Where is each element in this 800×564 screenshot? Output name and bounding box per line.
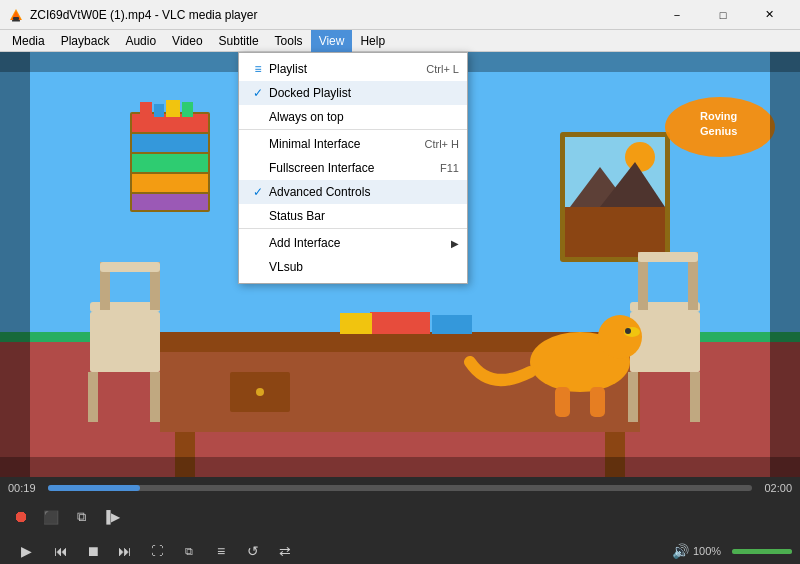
svg-rect-15: [154, 104, 164, 117]
play-button[interactable]: ▶: [8, 537, 44, 564]
snapshot-button[interactable]: ⬛: [38, 505, 64, 529]
svg-point-54: [625, 328, 631, 334]
skip-forward-icon: ⏭: [118, 543, 132, 559]
extended-settings-button[interactable]: ⧉: [174, 537, 204, 564]
menu-add-interface[interactable]: Add Interface ▶: [239, 231, 467, 255]
svg-rect-56: [590, 387, 605, 417]
svg-rect-39: [88, 372, 98, 422]
status-bar-label: Status Bar: [269, 209, 451, 223]
random-icon: ⇄: [279, 543, 291, 559]
svg-rect-36: [340, 313, 372, 334]
docked-playlist-check-icon: ✓: [247, 86, 269, 100]
volume-bar-fill: [732, 549, 792, 554]
snapshot-icon: ⬛: [43, 510, 59, 525]
svg-rect-55: [555, 387, 570, 417]
always-on-top-label: Always on top: [269, 110, 451, 124]
progress-area: 00:19 02:00: [0, 477, 800, 499]
time-total: 02:00: [760, 482, 792, 494]
loop-frame-button[interactable]: ⧉: [68, 505, 94, 529]
maximize-button[interactable]: □: [700, 0, 746, 30]
menu-minimal-interface[interactable]: Minimal Interface Ctrl+ H: [239, 132, 467, 156]
volume-label: 100%: [693, 545, 728, 557]
svg-rect-46: [628, 372, 638, 422]
fullscreen-icon: ⛶: [151, 544, 163, 558]
minimize-button[interactable]: −: [654, 0, 700, 30]
progress-bar[interactable]: [48, 485, 752, 491]
title-bar: ZCI69dVtW0E (1).mp4 - VLC media player −…: [0, 0, 800, 30]
playlist-button[interactable]: ≡: [206, 537, 236, 564]
menu-item-audio[interactable]: Audio: [117, 30, 164, 52]
fullscreen-interface-shortcut: F11: [440, 162, 459, 174]
svg-rect-16: [166, 100, 180, 117]
svg-rect-2: [13, 17, 19, 20]
svg-rect-11: [132, 154, 208, 172]
left-controls: ▶ ⏮ ⏹ ⏭ ⛶ ⧉ ≡ ↺ ⇄: [8, 537, 300, 564]
stop-icon: ⏹: [86, 543, 100, 559]
menu-always-on-top[interactable]: Always on top: [239, 105, 467, 130]
svg-rect-13: [132, 194, 208, 210]
svg-rect-21: [565, 207, 665, 257]
title-controls: − □ ✕: [654, 0, 792, 30]
close-button[interactable]: ✕: [746, 0, 792, 30]
menu-item-tools[interactable]: Tools: [267, 30, 311, 52]
menu-fullscreen-interface[interactable]: Fullscreen Interface F11: [239, 156, 467, 180]
menu-status-bar[interactable]: Status Bar: [239, 204, 467, 229]
progress-bar-fill: [48, 485, 140, 491]
svg-point-22: [625, 142, 655, 172]
record-button[interactable]: ⏺: [8, 505, 34, 529]
menu-item-media[interactable]: Media: [4, 30, 53, 52]
next-frame-icon: ▐▶: [102, 510, 120, 524]
svg-point-52: [598, 315, 642, 359]
volume-icon: 🔊: [672, 543, 689, 559]
skip-forward-button[interactable]: ⏭: [110, 537, 140, 564]
menu-item-view[interactable]: View: [311, 30, 353, 52]
svg-point-31: [256, 388, 264, 396]
svg-rect-3: [12, 20, 20, 22]
svg-rect-50: [638, 252, 698, 262]
svg-rect-12: [132, 174, 208, 192]
svg-rect-47: [690, 372, 700, 422]
svg-rect-14: [140, 102, 152, 117]
svg-rect-10: [132, 134, 208, 152]
main-controls-row: ▶ ⏮ ⏹ ⏭ ⛶ ⧉ ≡ ↺ ⇄: [8, 535, 792, 564]
random-button[interactable]: ⇄: [270, 537, 300, 564]
volume-bar[interactable]: [732, 549, 792, 554]
svg-rect-34: [370, 312, 430, 334]
menu-docked-playlist[interactable]: ✓ Docked Playlist: [239, 81, 467, 105]
svg-rect-43: [100, 262, 160, 272]
playlist-label: Playlist: [269, 62, 418, 76]
vlsub-label: VLsub: [269, 260, 451, 274]
view-dropdown-menu: ≡ Playlist Ctrl+ L ✓ Docked Playlist Alw…: [238, 52, 468, 284]
menu-bar: Media Playback Audio Video Subtitle Tool…: [0, 30, 800, 52]
loop-frame-icon: ⧉: [77, 509, 86, 525]
playlist-icon: ≡: [217, 543, 225, 559]
svg-rect-60: [0, 457, 800, 477]
docked-playlist-label: Docked Playlist: [269, 86, 451, 100]
menu-item-video[interactable]: Video: [164, 30, 210, 52]
menu-advanced-controls[interactable]: ✓ Advanced Controls: [239, 180, 467, 204]
right-controls: 🔊 100%: [672, 543, 792, 559]
minimal-interface-shortcut: Ctrl+ H: [424, 138, 459, 150]
fullscreen-interface-label: Fullscreen Interface: [269, 161, 432, 175]
advanced-controls-check-icon: ✓: [247, 185, 269, 199]
title-left: ZCI69dVtW0E (1).mp4 - VLC media player: [8, 7, 257, 23]
vlc-logo-icon: [8, 7, 24, 23]
loop-button[interactable]: ↺: [238, 537, 268, 564]
fullscreen-button[interactable]: ⛶: [142, 537, 172, 564]
svg-rect-58: [770, 52, 800, 477]
menu-item-help[interactable]: Help: [352, 30, 393, 52]
next-frame-button[interactable]: ▐▶: [98, 505, 124, 529]
volume-container: 🔊 100%: [672, 543, 792, 559]
skip-backward-button[interactable]: ⏮: [46, 537, 76, 564]
menu-vlsub[interactable]: VLsub: [239, 255, 467, 279]
svg-text:Genius: Genius: [700, 125, 737, 137]
svg-rect-17: [182, 102, 193, 117]
stop-button[interactable]: ⏹: [78, 537, 108, 564]
add-interface-label: Add Interface: [269, 236, 447, 250]
svg-text:Roving: Roving: [700, 110, 737, 122]
window-title: ZCI69dVtW0E (1).mp4 - VLC media player: [30, 8, 257, 22]
menu-item-playback[interactable]: Playback: [53, 30, 118, 52]
menu-playlist[interactable]: ≡ Playlist Ctrl+ L: [239, 57, 467, 81]
loop-icon: ↺: [247, 543, 259, 559]
menu-item-subtitle[interactable]: Subtitle: [211, 30, 267, 52]
